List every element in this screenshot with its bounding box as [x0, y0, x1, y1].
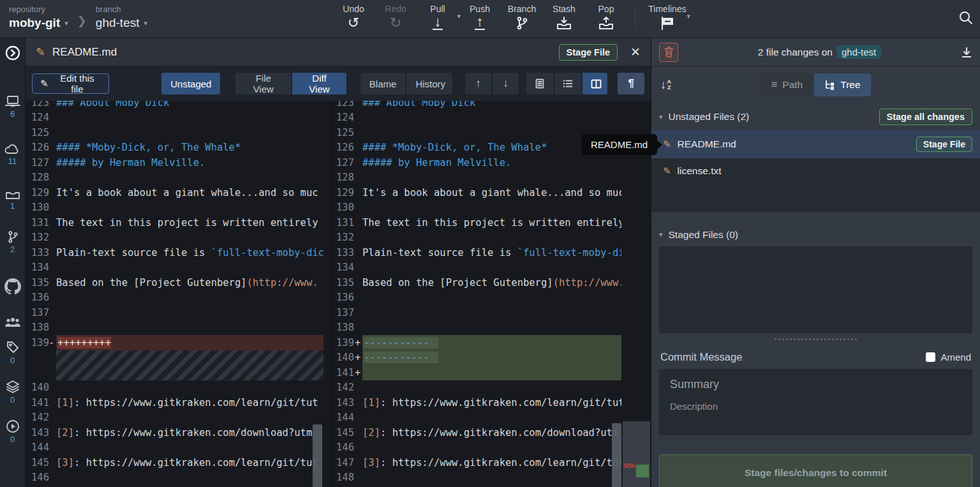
line-number: 130 — [26, 202, 48, 213]
previous-change-button[interactable]: ↑ — [465, 73, 491, 94]
modified-pencil-icon: ✎ — [663, 139, 671, 150]
diff-minimap[interactable] — [623, 421, 650, 487]
code-line: Based on the [Project Gutenberg](http://… — [362, 275, 621, 290]
discard-changes-button[interactable] — [659, 43, 678, 62]
diff-marker: + — [355, 352, 362, 363]
branch-button[interactable]: Branch — [501, 3, 543, 31]
timelines-dropdown-caret[interactable]: ▾ — [687, 12, 690, 20]
file-view-tab[interactable]: File View — [235, 73, 291, 94]
file-contents-button[interactable] — [526, 73, 553, 94]
commit-submit-button[interactable]: Stage files/changes to commit — [659, 454, 972, 487]
diff-row: 125 — [26, 125, 331, 140]
diff-row: 123### About Moby Dick — [332, 101, 650, 110]
path-view-button[interactable]: ≡ Path — [761, 73, 813, 96]
stage-all-button[interactable]: Stage all changes — [879, 109, 973, 125]
stash-button[interactable]: Stash — [543, 3, 585, 31]
redo-button[interactable]: Redo ↻ — [375, 3, 417, 31]
line-number: 143 — [332, 397, 355, 408]
pull-icon: ↓ — [433, 15, 443, 30]
tree-icon — [824, 80, 835, 90]
diff-row[interactable]: 141+ — [332, 365, 650, 380]
changes-count-text: 2 file changes on — [758, 47, 833, 57]
line-number: 132 — [26, 232, 48, 243]
team-icon — [4, 317, 22, 328]
pop-button[interactable]: Pop — [585, 3, 627, 31]
push-label: Push — [470, 4, 490, 14]
play-count: 0 — [10, 435, 15, 444]
code-line — [56, 470, 323, 486]
code-line: The text in this project is written enti… — [56, 215, 323, 230]
rail-expand-button[interactable] — [4, 45, 21, 61]
rail-computer-item[interactable]: 6 — [4, 94, 21, 119]
stage-file-row-button[interactable]: Stage File — [916, 137, 972, 152]
pull-button[interactable]: Pull ↓ ▾ — [417, 3, 459, 31]
pop-icon — [598, 15, 614, 31]
diff-view-tab[interactable]: Diff View — [292, 73, 346, 94]
unstaged-section-header[interactable]: ▾ Unstaged Files (2) Stage all changes — [651, 103, 980, 130]
repository-selector[interactable]: repository moby-git ▾ — [9, 4, 68, 30]
split-diff-button[interactable] — [583, 73, 607, 94]
resize-handle[interactable] — [775, 338, 858, 340]
rail-team-item[interactable] — [4, 317, 22, 328]
summary-input[interactable]: Summary — [670, 378, 961, 391]
file-view-title: README.md — [52, 46, 558, 59]
rail-layers-item[interactable]: 0 — [5, 379, 20, 405]
repository-name: moby-git — [9, 16, 60, 30]
branch-label: branch — [96, 4, 147, 14]
push-button[interactable]: Push ↑ — [459, 3, 501, 31]
diff-pane-after: 123### About Moby Dick124125126#### *Mob… — [332, 101, 650, 487]
diff-row: 133Plain-text source file is `full-text-… — [332, 245, 650, 260]
inline-diff-button[interactable] — [554, 73, 581, 94]
diff-row: 134 — [332, 260, 650, 276]
diff-row: 143[1]: https://www.gitkraken.com/learn/… — [332, 395, 650, 410]
file-row-license[interactable]: ✎ license.txt — [651, 158, 980, 184]
scrollbar-thumb[interactable] — [313, 424, 322, 487]
description-input[interactable]: Description — [670, 401, 961, 412]
staged-section-header[interactable]: ▾ Staged Files (0) — [651, 222, 980, 246]
next-change-button[interactable]: ↓ — [493, 73, 519, 94]
rail-github-item[interactable] — [4, 278, 21, 295]
whitespace-toggle[interactable]: ¶ — [618, 73, 644, 94]
code-line: [3]: https://www.gitkraken.com/learn/git… — [56, 455, 323, 470]
branch-action-label: Branch — [508, 4, 536, 14]
undo-button[interactable]: Undo ↺ — [332, 3, 375, 31]
rail-play-item[interactable]: 0 — [5, 419, 20, 444]
line-number: 127 — [332, 157, 355, 169]
line-number: 133 — [332, 247, 355, 258]
diff-row: 145[2]: https://www.gitkraken.com/downlo… — [332, 425, 650, 440]
scrollbar-thumb[interactable] — [612, 423, 621, 487]
branch-selector[interactable]: branch ghd-test ▾ — [96, 4, 147, 30]
amend-control[interactable]: Amend — [926, 352, 971, 363]
download-patch-button[interactable] — [961, 47, 972, 58]
unstaged-toggle[interactable]: Unstaged — [161, 73, 220, 94]
commit-message-box[interactable]: Summary Description — [659, 369, 972, 435]
diff-row[interactable]: 139-+++++++++ — [26, 335, 331, 350]
line-number: 136 — [26, 292, 48, 303]
stage-file-button[interactable]: Stage File — [559, 44, 618, 61]
file-sort-row: ↓ AZ ≡ Path Tree — [651, 66, 980, 103]
rail-branch-item[interactable]: 2 — [6, 230, 20, 254]
rail-stash-item[interactable]: 1 — [4, 188, 21, 211]
branch-icon — [514, 15, 530, 31]
code-line — [56, 200, 323, 216]
amend-checkbox[interactable] — [926, 352, 935, 362]
diff-row[interactable]: 139+----------- — [332, 335, 650, 350]
line-number: 124 — [332, 112, 355, 123]
list-icon — [563, 79, 573, 88]
tooltip-text: README.md — [591, 139, 648, 150]
computer-count: 6 — [10, 109, 15, 119]
timelines-button[interactable]: Timelines ▾ — [643, 3, 692, 31]
diff-row[interactable]: 140+----------- — [332, 350, 650, 366]
rail-tag-item[interactable]: 0 — [5, 340, 20, 365]
search-button[interactable] — [957, 9, 975, 27]
sort-arrow-icon: ↓ — [660, 78, 667, 92]
diff-row: 141[1]: https://www.gitkraken.com/learn/… — [26, 395, 331, 410]
rail-cloud-item[interactable]: 11 — [4, 143, 22, 166]
edit-file-button[interactable]: ✎ Edit this file — [32, 73, 109, 94]
tree-view-button[interactable]: Tree — [814, 73, 870, 96]
blame-tab[interactable]: Blame — [360, 73, 406, 94]
sort-files-button[interactable]: ↓ AZ — [660, 78, 671, 92]
file-row-readme[interactable]: ✎ README.md Stage File — [651, 130, 980, 158]
history-tab[interactable]: History — [406, 73, 452, 94]
close-icon[interactable]: ✕ — [630, 45, 641, 59]
